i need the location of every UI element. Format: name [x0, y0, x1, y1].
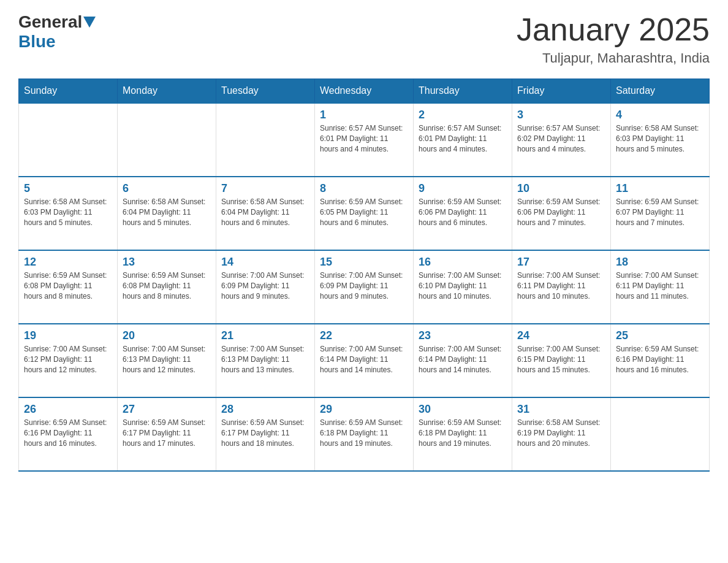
calendar-cell: 16Sunrise: 7:00 AM Sunset: 6:10 PM Dayli…: [414, 250, 512, 324]
calendar-cell: 29Sunrise: 6:59 AM Sunset: 6:18 PM Dayli…: [315, 397, 414, 471]
logo-triangle-icon: [83, 17, 96, 28]
day-number: 23: [419, 329, 507, 342]
day-header-sunday: Sunday: [19, 79, 118, 104]
day-info: Sunrise: 7:00 AM Sunset: 6:14 PM Dayligh…: [320, 344, 408, 375]
day-info: Sunrise: 7:00 AM Sunset: 6:13 PM Dayligh…: [123, 344, 211, 375]
day-number: 1: [320, 109, 408, 121]
calendar-cell: [216, 103, 315, 177]
day-info: Sunrise: 6:59 AM Sunset: 6:18 PM Dayligh…: [419, 418, 507, 448]
day-info: Sunrise: 6:57 AM Sunset: 6:01 PM Dayligh…: [320, 123, 408, 154]
day-number: 25: [616, 329, 704, 342]
day-number: 19: [24, 329, 112, 342]
calendar-cell: 17Sunrise: 7:00 AM Sunset: 6:11 PM Dayli…: [512, 250, 611, 324]
day-number: 30: [419, 403, 507, 416]
day-number: 3: [517, 109, 605, 121]
day-info: Sunrise: 6:58 AM Sunset: 6:03 PM Dayligh…: [616, 123, 704, 154]
calendar-cell: 26Sunrise: 6:59 AM Sunset: 6:16 PM Dayli…: [19, 397, 118, 471]
calendar-cell: [19, 103, 118, 177]
day-info: Sunrise: 6:59 AM Sunset: 6:18 PM Dayligh…: [320, 418, 408, 448]
day-info: Sunrise: 6:59 AM Sunset: 6:08 PM Dayligh…: [24, 270, 112, 301]
calendar-cell: [611, 397, 710, 471]
calendar-cell: 2Sunrise: 6:57 AM Sunset: 6:01 PM Daylig…: [414, 103, 512, 177]
calendar-cell: 4Sunrise: 6:58 AM Sunset: 6:03 PM Daylig…: [611, 103, 710, 177]
day-number: 13: [123, 256, 211, 269]
day-number: 17: [517, 256, 605, 269]
day-number: 18: [616, 256, 704, 269]
day-info: Sunrise: 6:58 AM Sunset: 6:04 PM Dayligh…: [221, 197, 309, 228]
calendar-cell: 7Sunrise: 6:58 AM Sunset: 6:04 PM Daylig…: [216, 177, 315, 250]
day-header-friday: Friday: [512, 79, 611, 104]
day-number: 26: [24, 403, 112, 416]
day-info: Sunrise: 7:00 AM Sunset: 6:15 PM Dayligh…: [517, 344, 605, 375]
day-info: Sunrise: 6:58 AM Sunset: 6:04 PM Dayligh…: [123, 197, 211, 228]
calendar-cell: 23Sunrise: 7:00 AM Sunset: 6:14 PM Dayli…: [414, 324, 512, 397]
day-number: 8: [320, 182, 408, 195]
calendar-cell: 5Sunrise: 6:58 AM Sunset: 6:03 PM Daylig…: [19, 177, 118, 250]
calendar-cell: 13Sunrise: 6:59 AM Sunset: 6:08 PM Dayli…: [118, 250, 216, 324]
day-number: 16: [419, 256, 507, 269]
calendar-cell: 20Sunrise: 7:00 AM Sunset: 6:13 PM Dayli…: [118, 324, 216, 397]
day-number: 10: [517, 182, 605, 195]
day-info: Sunrise: 7:00 AM Sunset: 6:11 PM Dayligh…: [616, 270, 704, 301]
calendar-cell: 19Sunrise: 7:00 AM Sunset: 6:12 PM Dayli…: [19, 324, 118, 397]
calendar-cell: 12Sunrise: 6:59 AM Sunset: 6:08 PM Dayli…: [19, 250, 118, 324]
day-number: 27: [123, 403, 211, 416]
day-number: 9: [419, 182, 507, 195]
title-area: January 2025 Tuljapur, Maharashtra, Indi…: [517, 12, 710, 66]
day-info: Sunrise: 6:58 AM Sunset: 6:03 PM Dayligh…: [24, 197, 112, 228]
calendar-cell: 21Sunrise: 7:00 AM Sunset: 6:13 PM Dayli…: [216, 324, 315, 397]
calendar-week-row: 19Sunrise: 7:00 AM Sunset: 6:12 PM Dayli…: [19, 324, 710, 397]
logo-blue-text: Blue: [18, 32, 56, 52]
day-info: Sunrise: 6:59 AM Sunset: 6:16 PM Dayligh…: [616, 344, 704, 375]
calendar-cell: 24Sunrise: 7:00 AM Sunset: 6:15 PM Dayli…: [512, 324, 611, 397]
day-info: Sunrise: 6:59 AM Sunset: 6:06 PM Dayligh…: [419, 197, 507, 228]
day-number: 20: [123, 329, 211, 342]
day-info: Sunrise: 6:59 AM Sunset: 6:05 PM Dayligh…: [320, 197, 408, 228]
day-number: 6: [123, 182, 211, 195]
day-number: 5: [24, 182, 112, 195]
day-info: Sunrise: 6:57 AM Sunset: 6:02 PM Dayligh…: [517, 123, 605, 154]
day-info: Sunrise: 6:59 AM Sunset: 6:08 PM Dayligh…: [123, 270, 211, 301]
logo-general-text: General: [18, 12, 82, 32]
day-header-wednesday: Wednesday: [315, 79, 414, 104]
day-number: 21: [221, 329, 309, 342]
calendar-week-row: 12Sunrise: 6:59 AM Sunset: 6:08 PM Dayli…: [19, 250, 710, 324]
calendar-cell: 1Sunrise: 6:57 AM Sunset: 6:01 PM Daylig…: [315, 103, 414, 177]
day-number: 29: [320, 403, 408, 416]
day-header-monday: Monday: [118, 79, 216, 104]
day-number: 4: [616, 109, 704, 121]
day-number: 28: [221, 403, 309, 416]
location-title: Tuljapur, Maharashtra, India: [517, 50, 710, 66]
calendar-cell: 3Sunrise: 6:57 AM Sunset: 6:02 PM Daylig…: [512, 103, 611, 177]
day-number: 11: [616, 182, 704, 195]
day-number: 14: [221, 256, 309, 269]
calendar-week-row: 5Sunrise: 6:58 AM Sunset: 6:03 PM Daylig…: [19, 177, 710, 250]
day-header-saturday: Saturday: [611, 79, 710, 104]
day-info: Sunrise: 7:00 AM Sunset: 6:12 PM Dayligh…: [24, 344, 112, 375]
calendar-cell: 14Sunrise: 7:00 AM Sunset: 6:09 PM Dayli…: [216, 250, 315, 324]
day-info: Sunrise: 6:59 AM Sunset: 6:17 PM Dayligh…: [221, 418, 309, 448]
calendar-cell: 27Sunrise: 6:59 AM Sunset: 6:17 PM Dayli…: [118, 397, 216, 471]
day-number: 7: [221, 182, 309, 195]
calendar-cell: 6Sunrise: 6:58 AM Sunset: 6:04 PM Daylig…: [118, 177, 216, 250]
day-info: Sunrise: 6:57 AM Sunset: 6:01 PM Dayligh…: [419, 123, 507, 154]
calendar-cell: 11Sunrise: 6:59 AM Sunset: 6:07 PM Dayli…: [611, 177, 710, 250]
calendar-cell: 18Sunrise: 7:00 AM Sunset: 6:11 PM Dayli…: [611, 250, 710, 324]
page-header: General Blue January 2025 Tuljapur, Maha…: [18, 12, 710, 66]
day-info: Sunrise: 6:59 AM Sunset: 6:17 PM Dayligh…: [123, 418, 211, 448]
calendar-cell: 25Sunrise: 6:59 AM Sunset: 6:16 PM Dayli…: [611, 324, 710, 397]
day-number: 31: [517, 403, 605, 416]
day-number: 24: [517, 329, 605, 342]
day-info: Sunrise: 7:00 AM Sunset: 6:14 PM Dayligh…: [419, 344, 507, 375]
month-title: January 2025: [517, 12, 710, 47]
calendar-cell: 15Sunrise: 7:00 AM Sunset: 6:09 PM Dayli…: [315, 250, 414, 324]
day-info: Sunrise: 6:59 AM Sunset: 6:07 PM Dayligh…: [616, 197, 704, 228]
calendar-header-row: SundayMondayTuesdayWednesdayThursdayFrid…: [19, 79, 710, 104]
day-info: Sunrise: 7:00 AM Sunset: 6:11 PM Dayligh…: [517, 270, 605, 301]
calendar-cell: [118, 103, 216, 177]
day-info: Sunrise: 6:59 AM Sunset: 6:06 PM Dayligh…: [517, 197, 605, 228]
calendar-cell: 9Sunrise: 6:59 AM Sunset: 6:06 PM Daylig…: [414, 177, 512, 250]
day-header-thursday: Thursday: [414, 79, 512, 104]
calendar-table: SundayMondayTuesdayWednesdayThursdayFrid…: [18, 79, 710, 472]
day-info: Sunrise: 7:00 AM Sunset: 6:10 PM Dayligh…: [419, 270, 507, 301]
